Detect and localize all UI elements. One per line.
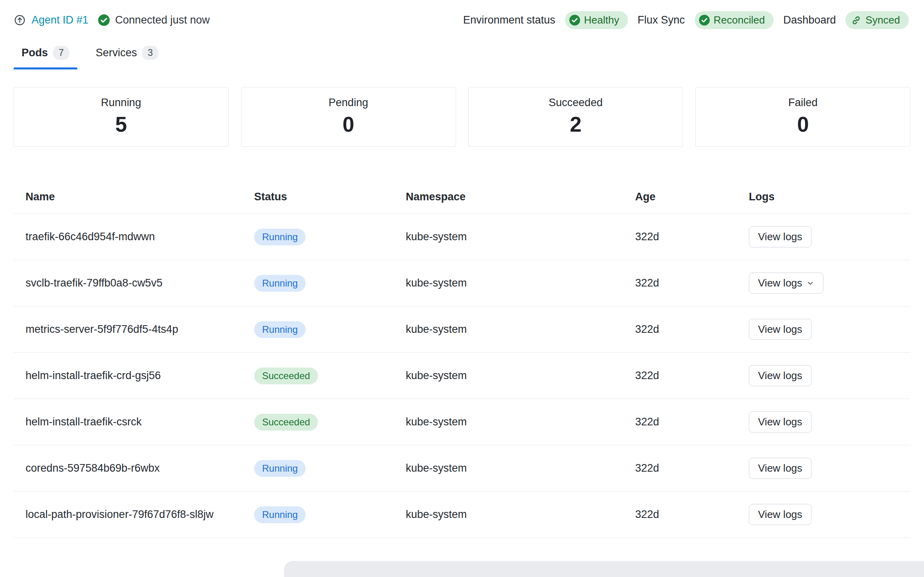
table-row: helm-install-traefik-crd-gsj56 Succeeded…: [14, 353, 910, 399]
table-row: local-path-provisioner-79f67d76f8-sl8jw …: [14, 492, 910, 538]
pod-namespace: kube-system: [394, 462, 623, 474]
table-row: coredns-597584b69b-r6wbx Running kube-sy…: [14, 445, 910, 492]
agent-id-link[interactable]: Agent ID #1: [32, 14, 89, 26]
status-badge: Running: [254, 275, 306, 292]
view-logs-button[interactable]: View logs: [749, 504, 811, 525]
view-logs-button[interactable]: View logs: [749, 273, 823, 294]
agent-status-group: Agent ID #1 Connected just now: [14, 14, 210, 26]
tab-services[interactable]: Services 3: [88, 43, 166, 69]
status-badge: Succeeded: [254, 414, 318, 431]
table-row: svclb-traefik-79ffb0a8-cw5v5 Running kub…: [14, 260, 910, 306]
pod-age: 322d: [623, 508, 737, 521]
stat-card-succeeded: Succeeded 2: [468, 87, 683, 147]
pod-name: traefik-66c46d954f-mdwwn: [14, 229, 242, 245]
view-logs-label: View logs: [758, 277, 802, 289]
reconciled-badge-label: Reconciled: [714, 14, 765, 26]
pod-namespace: kube-system: [394, 231, 623, 243]
tab-services-count-badge: 3: [142, 46, 158, 60]
pod-age: 322d: [623, 462, 737, 474]
pods-table: Name Status Namespace Age Logs traefik-6…: [14, 180, 910, 538]
pod-logs-cell: View logs: [737, 226, 910, 247]
pod-logs-cell: View logs: [737, 411, 910, 433]
view-logs-button[interactable]: View logs: [749, 365, 811, 386]
flux-sync-label: Flux Sync: [638, 14, 685, 26]
dashboard-label: Dashboard: [783, 14, 836, 26]
status-badge: Running: [254, 506, 306, 523]
view-logs-label: View logs: [758, 323, 802, 336]
column-header-age: Age: [623, 191, 737, 203]
pod-age: 322d: [623, 231, 737, 243]
connected-status-text: Connected just now: [115, 14, 210, 26]
view-logs-label: View logs: [758, 370, 802, 382]
view-logs-label: View logs: [758, 231, 802, 243]
pod-status-cell: Running: [242, 229, 394, 245]
pod-namespace: kube-system: [394, 508, 623, 521]
tab-pods[interactable]: Pods 7: [14, 43, 77, 69]
stat-label: Running: [14, 97, 228, 109]
pod-status-cell: Succeeded: [242, 414, 394, 431]
pod-namespace: kube-system: [394, 277, 623, 289]
pod-age: 322d: [623, 416, 737, 428]
sync-link-icon: [851, 15, 861, 26]
healthy-badge-label: Healthy: [584, 14, 619, 26]
view-logs-label: View logs: [758, 508, 802, 521]
reconciled-check-icon: [699, 15, 710, 26]
table-row: metrics-server-5f9f776df5-4ts4p Running …: [14, 306, 910, 353]
stat-card-failed: Failed 0: [695, 87, 910, 147]
environment-badges-group: Environment status Healthy Flux Sync Rec…: [463, 11, 909, 29]
status-badge: Running: [254, 229, 306, 245]
view-logs-label: View logs: [758, 462, 802, 474]
pod-name: local-path-provisioner-79f67d76f8-sl8jw: [14, 507, 242, 522]
stat-value: 0: [696, 112, 910, 136]
environment-status-label: Environment status: [463, 14, 555, 26]
pod-namespace: kube-system: [394, 416, 623, 428]
status-badge: Running: [254, 321, 306, 338]
pod-name: svclb-traefik-79ffb0a8-cw5v5: [14, 276, 242, 291]
tab-pods-label: Pods: [22, 47, 48, 59]
pod-status-cell: Succeeded: [242, 368, 394, 384]
view-logs-button[interactable]: View logs: [749, 458, 811, 479]
status-badge: Running: [254, 460, 306, 477]
view-logs-button[interactable]: View logs: [749, 319, 811, 340]
pod-namespace: kube-system: [394, 323, 623, 336]
column-header-status: Status: [242, 191, 394, 203]
tab-pods-count-badge: 7: [53, 46, 69, 60]
reconciled-badge: Reconciled: [695, 11, 774, 29]
pod-age: 322d: [623, 370, 737, 382]
column-header-name: Name: [14, 191, 242, 203]
table-row: traefik-66c46d954f-mdwwn Running kube-sy…: [14, 214, 910, 260]
pod-status-cell: Running: [242, 506, 394, 523]
view-logs-button[interactable]: View logs: [749, 411, 811, 433]
stat-label: Failed: [696, 97, 910, 109]
chevron-down-icon: [806, 279, 814, 287]
column-header-namespace: Namespace: [394, 191, 623, 203]
tab-services-label: Services: [96, 47, 137, 59]
table-row: helm-install-traefik-csrck Succeeded kub…: [14, 399, 910, 445]
status-badge: Succeeded: [254, 368, 318, 384]
pod-status-cell: Running: [242, 460, 394, 477]
synced-badge-label: Synced: [865, 14, 900, 26]
synced-badge: Synced: [845, 11, 909, 29]
stat-label: Pending: [241, 97, 456, 109]
view-logs-button[interactable]: View logs: [749, 226, 811, 247]
stat-card-pending: Pending 0: [241, 87, 456, 147]
pod-name: helm-install-traefik-crd-gsj56: [14, 368, 242, 383]
agent-icon: [14, 14, 26, 26]
stat-card-running: Running 5: [14, 87, 229, 147]
pod-logs-cell: View logs: [737, 365, 910, 386]
healthy-check-icon: [569, 15, 580, 26]
connected-check-icon: [98, 14, 110, 26]
pod-name: helm-install-traefik-csrck: [14, 415, 242, 430]
pod-logs-cell: View logs: [737, 504, 910, 525]
pod-age: 322d: [623, 323, 737, 336]
stat-label: Succeeded: [469, 97, 683, 109]
pod-stats-cards: Running 5 Pending 0 Succeeded 2 Failed 0: [0, 87, 924, 147]
pod-namespace: kube-system: [394, 370, 623, 382]
pod-age: 322d: [623, 277, 737, 289]
pods-table-header: Name Status Namespace Age Logs: [14, 180, 910, 214]
stat-value: 0: [241, 112, 456, 136]
pod-status-cell: Running: [242, 321, 394, 338]
pod-name: coredns-597584b69b-r6wbx: [14, 461, 242, 476]
tab-bar: Pods 7 Services 3: [0, 43, 924, 69]
pod-name: metrics-server-5f9f776df5-4ts4p: [14, 322, 242, 337]
